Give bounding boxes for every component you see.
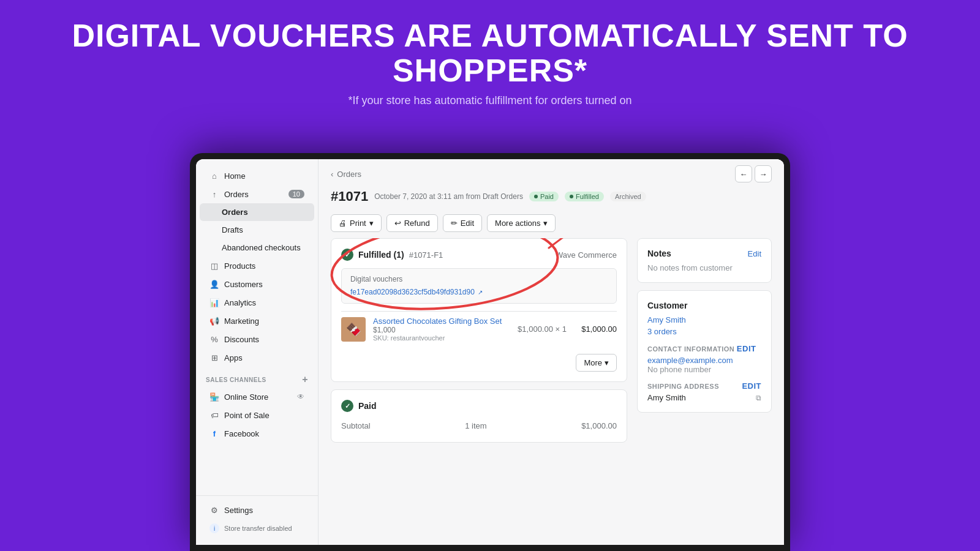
pos-icon: 🏷 [209, 410, 219, 420]
eye-icon[interactable]: 👁 [297, 392, 304, 401]
product-info: Assorted Chocolates Gifting Box Set $1,0… [373, 317, 510, 342]
order-header: #1071 October 7, 2020 at 3:11 am from Dr… [318, 186, 784, 211]
sidebar-sub-abandoned-label: Abandoned checkouts [222, 243, 301, 252]
products-icon: ◫ [209, 261, 219, 271]
main-content: ‹ Orders ← → #1071 October 7, 2020 at 3:… [318, 159, 784, 545]
orders-icon: ↑ [209, 189, 219, 199]
banner: DIGITAL VOUCHERS ARE AUTOMATICALLY SENT … [0, 0, 980, 119]
sidebar-item-settings-label: Settings [224, 506, 253, 515]
copy-icon[interactable]: ⧉ [756, 394, 761, 402]
subtotal-label: Subtotal [341, 421, 371, 430]
fulfilled-dot [570, 195, 573, 198]
contact-title: CONTACT INFORMATION [647, 345, 734, 353]
sidebar-item-analytics[interactable]: 📊 Analytics [200, 293, 314, 312]
sidebar-item-products[interactable]: ◫ Products [200, 257, 314, 275]
chevron-left-icon: ‹ [331, 170, 333, 179]
print-icon: 🖨 [339, 219, 347, 228]
device-screen-frame: ⌂ Home ↑ Orders 10 Orders Drafts Abandon… [190, 153, 790, 551]
subtotal-row: Subtotal 1 item $1,000.00 [341, 419, 617, 432]
order-topbar: ‹ Orders ← → [318, 159, 784, 186]
more-button-label: More [584, 358, 602, 367]
sidebar-item-orders[interactable]: ↑ Orders 10 [200, 185, 314, 203]
product-price: $1,000 [373, 326, 510, 334]
order-actions: 🖨 Print ▾ ↩ Refund ✏ Edit More actions [318, 211, 784, 238]
sidebar-item-customers[interactable]: 👤 Customers [200, 275, 314, 293]
sidebar-item-home-label: Home [224, 171, 246, 181]
refund-button[interactable]: ↩ Refund [386, 214, 438, 232]
fulfilled-header: ✓ Fulfilled (1) #1071-F1 Wave Commerce [341, 249, 617, 261]
nav-prev-button[interactable]: ← [735, 165, 752, 182]
badge-fulfilled: Fulfilled [565, 192, 604, 201]
paid-card: ✓ Paid Subtotal 1 item $1,000.00 [331, 389, 627, 443]
shipping-edit-link[interactable]: Edit [742, 381, 761, 391]
sidebar-item-apps-label: Apps [224, 353, 243, 362]
customer-title: Customer [647, 301, 761, 310]
voucher-label: Digital vouchers [350, 275, 608, 283]
product-total: $1,000.00 [574, 324, 617, 334]
sidebar-item-abandoned[interactable]: Abandoned checkouts [200, 239, 314, 257]
paid-title: Paid [358, 401, 377, 411]
analytics-icon: 📊 [209, 298, 219, 307]
sidebar-item-store-transfer[interactable]: i Store transfer disabled [200, 519, 314, 538]
sidebar-item-orders-sub[interactable]: Orders [200, 203, 314, 221]
edit-button[interactable]: ✏ Edit [443, 214, 482, 232]
customer-orders-link[interactable]: 3 orders [647, 327, 677, 336]
notes-header: Notes Edit [647, 249, 761, 258]
online-store-icon: 🏪 [209, 392, 219, 402]
sidebar-item-discounts-label: Discounts [224, 335, 259, 344]
sidebar-item-apps[interactable]: ⊞ Apps [200, 348, 314, 367]
print-dropdown-icon: ▾ [369, 219, 374, 228]
edit-label: Edit [461, 219, 474, 228]
more-button[interactable]: More ▾ [576, 354, 617, 372]
sidebar-item-pos[interactable]: 🏷 Point of Sale [200, 406, 314, 424]
order-title-row: #1071 October 7, 2020 at 3:11 am from Dr… [331, 189, 772, 204]
edit-icon: ✏ [451, 219, 458, 228]
card-footer: More ▾ [341, 354, 617, 372]
device-screen: ⌂ Home ↑ Orders 10 Orders Drafts Abandon… [196, 159, 784, 545]
sidebar-item-drafts[interactable]: Drafts [200, 221, 314, 239]
sidebar-item-settings[interactable]: ⚙ Settings [200, 501, 314, 519]
product-thumbnail: 🍫 [341, 317, 366, 342]
fulfilled-label: Fulfilled [576, 193, 599, 200]
breadcrumb[interactable]: ‹ Orders [331, 170, 361, 179]
check-circle-icon: ✓ [341, 249, 353, 261]
discounts-icon: % [209, 334, 219, 344]
sidebar-item-online-store[interactable]: 🏪 Online Store 👁 [200, 388, 314, 406]
more-actions-button[interactable]: More actions ▾ [487, 214, 556, 232]
sidebar-item-discounts[interactable]: % Discounts [200, 330, 314, 348]
notes-edit-link[interactable]: Edit [748, 249, 761, 258]
sidebar-item-customers-label: Customers [224, 280, 263, 289]
sidebar-item-pos-label: Point of Sale [224, 411, 270, 420]
nav-next-button[interactable]: → [755, 165, 772, 182]
archived-label: Archived [615, 193, 641, 200]
banner-subtitle: *If your store has automatic fulfillment… [24, 94, 956, 107]
voucher-link[interactable]: fe17ead02098d3623cf5db49fd931d90 ↗ [350, 288, 483, 296]
sidebar-item-home[interactable]: ⌂ Home [200, 167, 314, 185]
contact-edit-link[interactable]: Edit [737, 344, 756, 353]
sidebar-item-marketing-label: Marketing [224, 317, 259, 326]
paid-check-icon: ✓ [341, 400, 353, 412]
shipping-section: SHIPPING ADDRESS Edit [647, 381, 761, 391]
settings-icon: ⚙ [209, 505, 219, 515]
customer-card: Customer Amy Smith 3 orders CONTACT INFO… [637, 290, 772, 413]
paid-label: Paid [540, 193, 554, 200]
sidebar: ⌂ Home ↑ Orders 10 Orders Drafts Abandon… [196, 159, 318, 545]
add-channel-icon[interactable]: + [302, 374, 308, 385]
more-dropdown-icon: ▾ [605, 358, 609, 367]
sales-channels-section: SALES CHANNELS + [196, 367, 318, 388]
sidebar-item-products-label: Products [224, 261, 255, 271]
customer-name-link[interactable]: Amy Smith [647, 315, 761, 324]
refund-icon: ↩ [394, 219, 401, 228]
shipping-title: SHIPPING ADDRESS [647, 383, 719, 390]
paid-header: ✓ Paid [341, 400, 617, 412]
print-button[interactable]: 🖨 Print ▾ [331, 214, 382, 232]
fulfilled-title: ✓ Fulfilled (1) #1071-F1 [341, 249, 443, 261]
sidebar-item-marketing[interactable]: 📢 Marketing [200, 312, 314, 330]
shipping-name: Amy Smith [647, 393, 686, 402]
product-name[interactable]: Assorted Chocolates Gifting Box Set [373, 317, 510, 326]
contact-email[interactable]: example@example.com [647, 356, 761, 365]
notes-title: Notes [647, 249, 671, 258]
sidebar-item-facebook[interactable]: f Facebook [200, 424, 314, 443]
customers-icon: 👤 [209, 279, 219, 289]
fulfiller-label: Wave Commerce [556, 250, 617, 260]
